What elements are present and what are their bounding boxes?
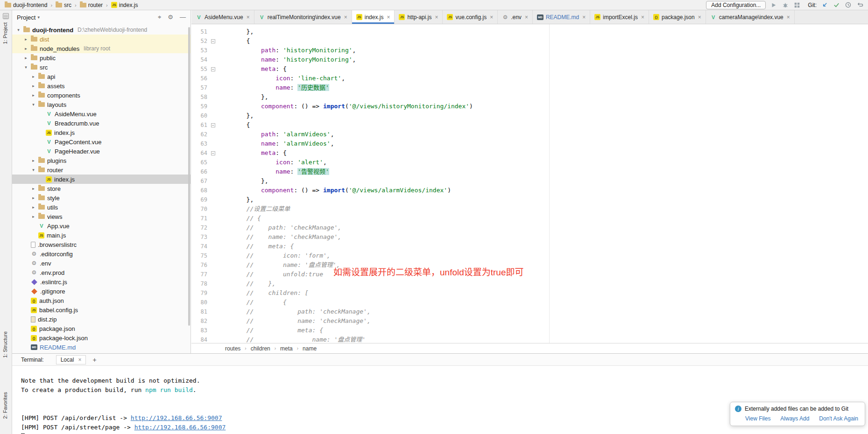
chevron-right-icon[interactable]: ▸: [31, 158, 36, 163]
tree-item[interactable]: .gitignore: [12, 287, 191, 296]
tree-item[interactable]: {}package.json: [12, 324, 191, 333]
tree-item[interactable]: ▾router: [12, 165, 191, 175]
chevron-right-icon[interactable]: ▸: [23, 46, 28, 51]
tree-item[interactable]: ⚙.env.prod: [12, 268, 191, 277]
git-commit-icon[interactable]: [833, 1, 840, 9]
editor-tab[interactable]: VcameraManage\index.vue×: [706, 10, 795, 24]
run-icon[interactable]: [770, 1, 777, 9]
close-icon[interactable]: ×: [582, 14, 586, 21]
breadcrumb-item[interactable]: router: [79, 2, 104, 8]
tree-item[interactable]: ▸utils: [12, 203, 191, 212]
tree-item[interactable]: dist.zip: [12, 315, 191, 324]
tree-item[interactable]: {}auth.json: [12, 296, 191, 305]
tree-item[interactable]: JSbabel.config.js: [12, 305, 191, 315]
chevron-right-icon[interactable]: ▸: [23, 56, 28, 60]
breadcrumb-item[interactable]: meta: [280, 345, 293, 352]
add-configuration-button[interactable]: Add Configuration...: [706, 1, 766, 9]
tree-item[interactable]: VBreadcrumb.vue: [12, 119, 191, 128]
close-icon[interactable]: ×: [490, 14, 493, 21]
editor-tab[interactable]: MDREADME.md×: [533, 10, 590, 24]
tree-item[interactable]: ▸store: [12, 184, 191, 193]
editor-tab[interactable]: VrealTimeMonitoring\index.vue×: [254, 10, 352, 24]
tree-item[interactable]: JSindex.js: [12, 175, 191, 184]
tree-item[interactable]: {}package-lock.json: [12, 333, 191, 343]
chevron-right-icon[interactable]: ▸: [31, 186, 36, 191]
tree-item[interactable]: VAsideMenu.vue: [12, 109, 191, 119]
editor-tab[interactable]: JSimportExcel.js×: [590, 10, 649, 24]
git-update-icon[interactable]: [821, 1, 828, 9]
tree-item[interactable]: ▾duoji-frontendD:\zheheWeb\duoji-fronten…: [12, 25, 191, 35]
editor-tab[interactable]: JSvue.config.js×: [443, 10, 498, 24]
close-icon[interactable]: ×: [787, 14, 790, 21]
chevron-right-icon[interactable]: ▸: [31, 214, 36, 219]
project-view-selector[interactable]: Project ▾: [17, 14, 40, 21]
chevron-right-icon[interactable]: ▸: [31, 205, 36, 210]
tree-item[interactable]: .browserslistrc: [12, 240, 191, 249]
close-icon[interactable]: ×: [435, 14, 438, 21]
locate-file-icon[interactable]: ⌖: [158, 14, 161, 21]
stripe-favorites-button[interactable]: 2: Favorites: [2, 392, 8, 419]
breadcrumb-item[interactable]: routes: [225, 345, 240, 352]
breadcrumb-item[interactable]: children: [251, 345, 270, 352]
tree-item[interactable]: VPageHeader.vue: [12, 147, 191, 156]
tree-item[interactable]: ▸assets: [12, 81, 191, 91]
chevron-down-icon[interactable]: ▾: [31, 102, 36, 107]
editor-tab[interactable]: JSindex.js×: [352, 10, 395, 24]
tree-item[interactable]: MDREADME.md: [12, 343, 191, 352]
chevron-down-icon[interactable]: ▾: [31, 168, 36, 172]
tree-item[interactable]: .eslintrc.js: [12, 277, 191, 287]
editor-tab[interactable]: ⚙.env×: [498, 10, 533, 24]
fold-icon[interactable]: −: [211, 151, 215, 155]
close-icon[interactable]: ×: [78, 357, 81, 363]
breadcrumb-item[interactable]: src: [55, 2, 72, 8]
tree-item[interactable]: ▸dist: [12, 35, 191, 44]
notification-action-link[interactable]: Always Add: [780, 415, 809, 422]
tree-item[interactable]: ▸public: [12, 53, 191, 63]
editor-tab[interactable]: {}package.json×: [649, 10, 706, 24]
close-icon[interactable]: ×: [387, 14, 390, 21]
close-icon[interactable]: ×: [247, 14, 250, 21]
stripe-structure-button[interactable]: 1: Structure: [2, 331, 8, 358]
hide-panel-icon[interactable]: —: [180, 14, 186, 21]
tree-item[interactable]: ⚙.env: [12, 259, 191, 268]
breadcrumb-item[interactable]: duoji-frontend: [4, 2, 48, 8]
terminal-link[interactable]: http://192.168.66.56:9007: [134, 424, 226, 431]
terminal-tab-local[interactable]: Local ×: [56, 355, 86, 364]
tree-item[interactable]: JSindex.js: [12, 128, 191, 137]
chevron-down-icon[interactable]: ▾: [23, 65, 28, 70]
rollback-icon[interactable]: [856, 1, 863, 9]
close-icon[interactable]: ×: [525, 14, 528, 21]
tree-item[interactable]: ▸components: [12, 91, 191, 100]
settings-gear-icon[interactable]: ⚙: [168, 14, 173, 21]
chevron-right-icon[interactable]: ▸: [23, 37, 28, 42]
close-icon[interactable]: ×: [698, 14, 701, 21]
tree-item[interactable]: ▸views: [12, 212, 191, 221]
tree-item[interactable]: VApp.vue: [12, 221, 191, 231]
new-terminal-button[interactable]: +: [92, 356, 96, 364]
chevron-right-icon[interactable]: ▸: [31, 196, 36, 200]
tree-item[interactable]: ▸api: [12, 72, 191, 81]
chevron-right-icon[interactable]: ▸: [31, 93, 36, 98]
tool-window-icon[interactable]: [3, 13, 9, 19]
close-icon[interactable]: ×: [344, 14, 347, 21]
tool-grid-icon[interactable]: [793, 1, 801, 9]
tree-item[interactable]: ▸plugins: [12, 156, 191, 165]
notification-action-link[interactable]: Don't Ask Again: [819, 415, 858, 422]
fold-icon[interactable]: −: [211, 67, 215, 71]
chevron-right-icon[interactable]: ▸: [31, 74, 36, 79]
tree-item[interactable]: ▸style: [12, 193, 191, 203]
editor-tab[interactable]: VAsideMenu.vue×: [191, 10, 254, 24]
tree-item[interactable]: ▾layouts: [12, 100, 191, 109]
close-icon[interactable]: ×: [641, 14, 644, 21]
tree-item[interactable]: VPageContent.vue: [12, 137, 191, 147]
breadcrumb-item[interactable]: JSindex.js: [110, 2, 139, 8]
notification-action-link[interactable]: View Files: [745, 415, 770, 422]
breadcrumb-item[interactable]: name: [303, 345, 317, 352]
code-editor[interactable]: 51 },52− {53 path: 'historyMonitoring',5…: [191, 24, 868, 343]
tree-item[interactable]: ▸node_moduleslibrary root: [12, 44, 191, 53]
tree-item[interactable]: JSmain.js: [12, 231, 191, 240]
chevron-down-icon[interactable]: ▾: [16, 28, 21, 32]
project-scrollbar[interactable]: [188, 27, 190, 326]
terminal-link[interactable]: http://192.168.66.56:9007: [131, 414, 222, 421]
tree-item[interactable]: ⚙.editorconfig: [12, 249, 191, 259]
